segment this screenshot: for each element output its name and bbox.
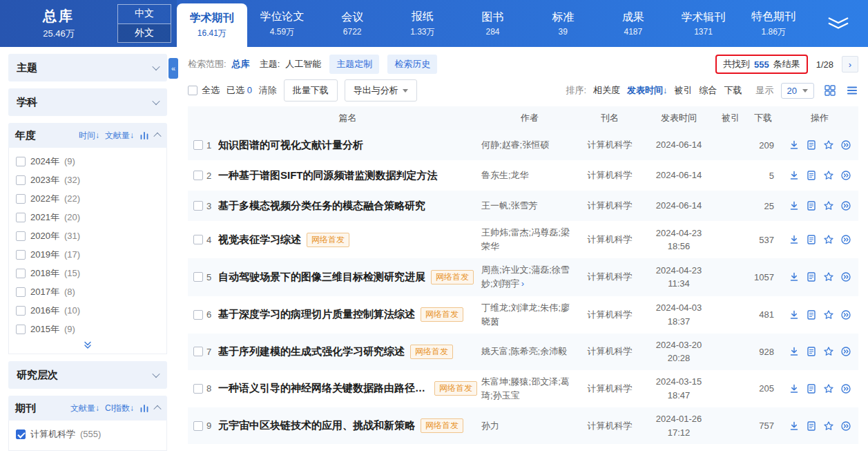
year-filter-item[interactable]: 2024年(9)	[16, 152, 160, 171]
checkbox-checked[interactable]	[16, 429, 26, 439]
tab-standard[interactable]: 标准 39	[528, 0, 598, 47]
html-read-icon[interactable]	[806, 139, 817, 151]
favorite-star-icon[interactable]	[823, 170, 834, 181]
journal-link[interactable]: 计算机科学	[578, 383, 642, 395]
row-checkbox[interactable]	[193, 201, 203, 211]
authors[interactable]: 周燕;许业文;蒲磊;徐雪妙;刘翔宇›	[481, 263, 578, 291]
download-icon[interactable]	[789, 170, 800, 181]
topic-value[interactable]: 人工智能	[285, 58, 321, 70]
library-total-main[interactable]: 总库 25.46万	[0, 0, 117, 47]
sidebar-section-topic[interactable]: 主题	[8, 54, 167, 81]
year-filter-item[interactable]: 2015年(9)	[16, 320, 160, 338]
year-sort-time[interactable]: 时间↓	[79, 130, 99, 142]
lang-tab-foreign[interactable]: 外文	[117, 24, 171, 44]
sidebar-section-subject[interactable]: 学科	[8, 88, 167, 116]
year-filter-item[interactable]: 2021年(20)	[16, 208, 160, 226]
sort-comprehensive[interactable]: 综合	[700, 84, 717, 97]
html-read-icon[interactable]	[806, 271, 817, 282]
sort-download[interactable]: 下载	[724, 84, 742, 97]
tab-academic-journal[interactable]: 学术期刊 16.41万	[177, 3, 247, 47]
row-checkbox[interactable]	[193, 171, 203, 180]
year-filter-item[interactable]: 2017年(8)	[16, 282, 160, 301]
download-icon[interactable]	[789, 234, 800, 245]
export-analyze-button[interactable]: 导出与分析	[345, 79, 417, 102]
favorite-star-icon[interactable]	[823, 234, 834, 245]
authors[interactable]: 孙力	[481, 419, 578, 433]
row-checkbox[interactable]	[193, 421, 203, 431]
journal-link[interactable]: 计算机科学	[578, 309, 642, 321]
lang-tab-chinese[interactable]: 中文	[117, 4, 171, 24]
year-filter-item[interactable]: 2019年(17)	[16, 245, 160, 264]
clear-selection-button[interactable]: 清除	[259, 84, 277, 97]
html-read-icon[interactable]	[806, 309, 817, 320]
tab-academic-collection[interactable]: 学术辑刊 1371	[668, 0, 739, 47]
checkbox[interactable]	[16, 287, 26, 297]
year-filter-item[interactable]: 2016年(10)	[16, 301, 160, 320]
row-checkbox[interactable]	[193, 272, 203, 282]
article-title-link[interactable]: 一种基于谱图SIFT的同源频谱监测数据判定方法	[218, 169, 438, 182]
download-icon[interactable]	[789, 383, 800, 394]
row-checkbox[interactable]	[193, 140, 203, 150]
checkbox[interactable]	[16, 175, 26, 185]
favorite-star-icon[interactable]	[823, 271, 834, 282]
tab-conference[interactable]: 会议 6722	[317, 0, 387, 47]
year-filter-item[interactable]: 2022年(22)	[16, 189, 160, 208]
checkbox[interactable]	[16, 231, 26, 241]
search-history-button[interactable]: 检索历史	[387, 55, 437, 74]
html-read-icon[interactable]	[806, 234, 817, 245]
tab-book[interactable]: 图书 284	[458, 0, 528, 47]
article-title-link[interactable]: 元宇宙中区块链技术的应用、挑战和新策略	[218, 419, 415, 432]
article-title-link[interactable]: 知识图谱的可视化文献计量分析	[218, 139, 363, 152]
authors[interactable]: 何静;赵睿;张恒硕	[481, 138, 578, 152]
quote-icon[interactable]	[840, 346, 851, 357]
favorite-star-icon[interactable]	[823, 200, 834, 211]
journal-link[interactable]: 计算机科学	[578, 345, 642, 358]
sort-cited[interactable]: 被引	[675, 84, 693, 97]
favorite-star-icon[interactable]	[823, 421, 834, 432]
journal-link[interactable]: 计算机科学	[578, 420, 642, 432]
row-checkbox[interactable]	[193, 310, 203, 320]
checkbox[interactable]	[16, 250, 26, 260]
nav-chevron-down-icon[interactable]	[809, 0, 868, 47]
authors[interactable]: 王帅炜;雷杰;冯尊磊;梁荣华	[481, 226, 578, 253]
download-icon[interactable]	[789, 271, 800, 282]
article-title-link[interactable]: 一种语义引导的神经网络关键数据路由路径算法	[218, 382, 429, 395]
download-icon[interactable]	[789, 200, 800, 211]
page-size-select[interactable]: 20	[781, 83, 814, 99]
quote-icon[interactable]	[840, 421, 851, 432]
sort-publish-time[interactable]: 发表时间↓	[627, 84, 668, 97]
journal-filter-item[interactable]: 计算机科学(555)	[16, 425, 160, 443]
checkbox[interactable]	[16, 194, 26, 204]
article-title-link[interactable]: 自动驾驶场景下的图像三维目标检测研究进展	[218, 271, 425, 284]
authors[interactable]: 朱富坤;滕猿;邵文泽;葛琦;孙玉宝	[481, 375, 578, 403]
topic-custom-button[interactable]: 主题定制	[329, 55, 379, 74]
quote-icon[interactable]	[840, 170, 851, 181]
journal-link[interactable]: 计算机科学	[578, 271, 642, 283]
list-view-icon[interactable]	[846, 84, 858, 97]
journal-link[interactable]: 计算机科学	[578, 139, 642, 151]
tab-dissertation[interactable]: 学位论文 4.59万	[247, 0, 318, 47]
checkbox[interactable]	[16, 157, 26, 166]
bar-chart-icon[interactable]	[139, 131, 149, 140]
row-checkbox[interactable]	[193, 235, 203, 244]
journal-link[interactable]: 计算机科学	[578, 200, 642, 212]
journal-link[interactable]: 计算机科学	[578, 233, 642, 246]
authors[interactable]: 丁维龙;刘津龙;朱伟;廖晓茵	[481, 301, 578, 329]
library-total-tab[interactable]: 总库 25.46万 中文 外文	[0, 0, 177, 47]
grid-view-icon[interactable]	[824, 84, 836, 97]
favorite-star-icon[interactable]	[823, 309, 834, 320]
scope-value[interactable]: 总库	[232, 58, 250, 70]
quote-icon[interactable]	[840, 234, 851, 245]
checkbox[interactable]	[16, 325, 26, 334]
quote-icon[interactable]	[840, 383, 851, 394]
favorite-star-icon[interactable]	[823, 383, 834, 394]
sort-relevance[interactable]: 相关度	[593, 84, 620, 97]
download-icon[interactable]	[789, 309, 800, 320]
more-authors-icon[interactable]: ›	[521, 278, 524, 289]
checkbox[interactable]	[16, 213, 26, 222]
tab-achievement[interactable]: 成果 4187	[598, 0, 668, 47]
authors[interactable]: 姚天富;陈希亮;余沛毅	[481, 345, 578, 358]
year-sort-count[interactable]: 文献量↓	[105, 130, 134, 142]
download-icon[interactable]	[789, 421, 800, 432]
html-read-icon[interactable]	[806, 346, 817, 357]
